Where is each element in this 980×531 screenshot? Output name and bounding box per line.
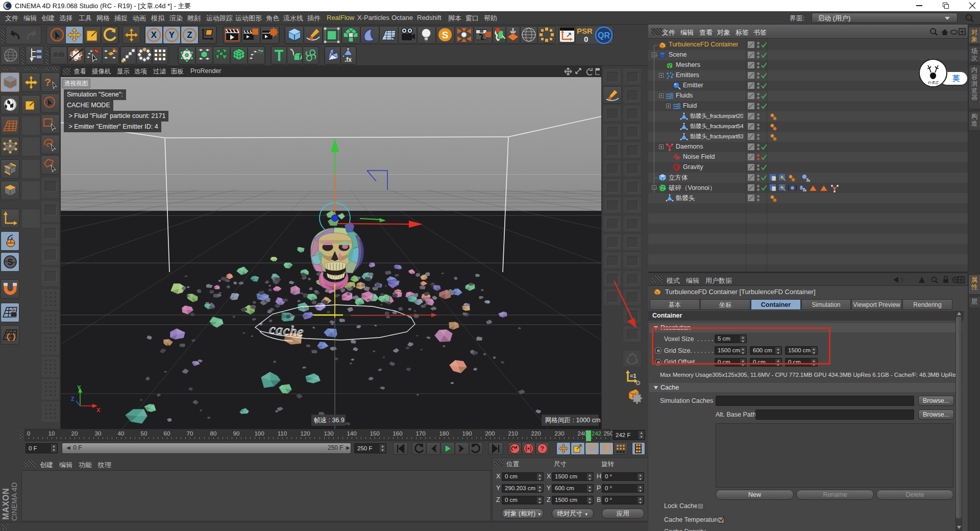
- svg-text:帧速 : 36.9: 帧速 : 36.9: [314, 417, 345, 424]
- svg-text:cache: cache: [268, 321, 304, 340]
- svg-text:?: ?: [44, 76, 51, 88]
- svg-text:QR: QR: [598, 31, 610, 40]
- svg-text:网格间距 : 1000 cm: 网格间距 : 1000 cm: [545, 417, 600, 424]
- svg-text:?: ?: [541, 445, 544, 452]
- svg-text:行者志: 行者志: [928, 81, 939, 84]
- svg-text:Y: Y: [169, 30, 175, 40]
- svg-text:X: X: [96, 407, 101, 413]
- svg-text:.fx: .fx: [345, 56, 352, 63]
- svg-text:Z: Z: [187, 30, 192, 40]
- svg-text:=1: =1: [630, 373, 636, 379]
- svg-text:X: X: [151, 30, 157, 40]
- svg-text:S: S: [8, 258, 13, 267]
- svg-text:P: P: [604, 445, 608, 452]
- svg-text:Y: Y: [77, 384, 81, 391]
- svg-text:Z: Z: [71, 396, 75, 402]
- svg-text:S: S: [442, 30, 449, 40]
